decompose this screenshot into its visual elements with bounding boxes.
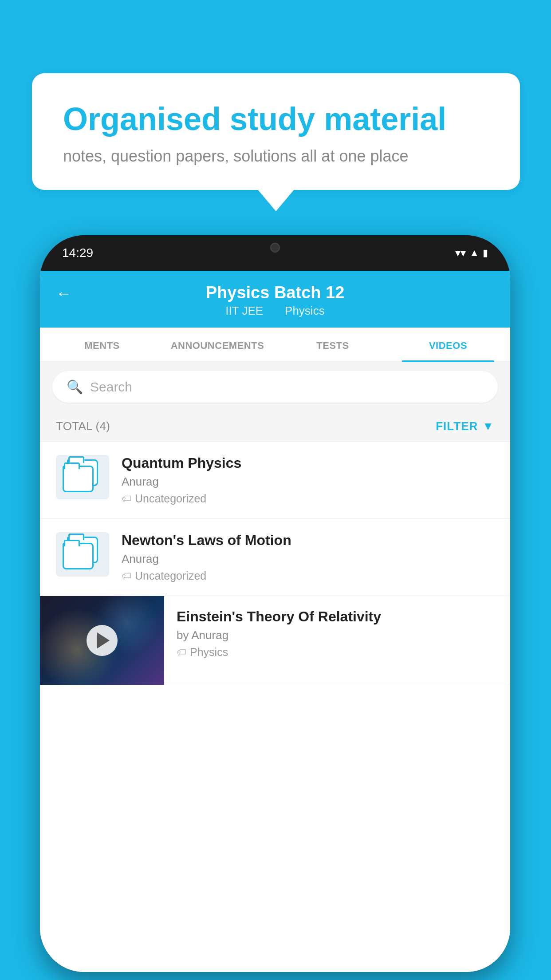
- item-info: Einstein's Theory Of Relativity by Anura…: [164, 596, 510, 671]
- item-tag: 🏷 Uncategorized: [122, 492, 494, 505]
- status-time: 14:29: [62, 246, 93, 260]
- folder-icon: [63, 537, 102, 572]
- list-item[interactable]: Newton's Laws of Motion Anurag 🏷 Uncateg…: [40, 519, 510, 596]
- search-bar-wrapper: 🔍 Search: [40, 362, 510, 411]
- header-title: Physics Batch 12: [206, 283, 345, 302]
- signal-icon: ▲: [469, 247, 479, 259]
- tab-announcements[interactable]: ANNOUNCEMENTS: [160, 328, 275, 361]
- battery-icon: ▮: [483, 247, 488, 259]
- total-filter-bar: TOTAL (4) FILTER ▼: [40, 411, 510, 442]
- filter-icon: ▼: [482, 419, 494, 433]
- folder-front: [63, 543, 94, 569]
- list-item[interactable]: Quantum Physics Anurag 🏷 Uncategorized: [40, 442, 510, 519]
- item-title: Einstein's Theory Of Relativity: [177, 609, 498, 625]
- speech-bubble-subtitle: notes, question papers, solutions all at…: [63, 147, 489, 166]
- search-bar[interactable]: 🔍 Search: [52, 371, 498, 403]
- search-icon: 🔍: [67, 379, 83, 395]
- item-title: Quantum Physics: [122, 455, 494, 471]
- tag-icon: 🏷: [122, 570, 131, 582]
- video-list: Quantum Physics Anurag 🏷 Uncategorized: [40, 442, 510, 972]
- tabs-bar: MENTS ANNOUNCEMENTS TESTS VIDEOS: [40, 328, 510, 362]
- item-author: Anurag: [122, 475, 494, 489]
- play-icon: [97, 632, 110, 648]
- front-camera: [270, 243, 280, 253]
- folder-icon: [63, 459, 102, 495]
- speech-bubble-card: Organised study material notes, question…: [32, 73, 520, 190]
- item-thumbnail: [56, 455, 109, 499]
- list-item[interactable]: Einstein's Theory Of Relativity by Anura…: [40, 596, 510, 685]
- total-count: TOTAL (4): [56, 419, 110, 433]
- header-subtitle: IIT JEE Physics: [221, 304, 329, 318]
- play-button[interactable]: [87, 625, 118, 656]
- tag-label: Uncategorized: [135, 569, 206, 582]
- tag-icon: 🏷: [177, 647, 186, 658]
- folder-front: [63, 466, 94, 492]
- item-author: by Anurag: [177, 628, 498, 642]
- phone-frame: 14:29 ▾▾ ▲ ▮ ← Physics Batch 12 IIT JEE …: [40, 235, 510, 972]
- back-button[interactable]: ←: [56, 284, 72, 303]
- item-author: Anurag: [122, 552, 494, 566]
- item-title: Newton's Laws of Motion: [122, 532, 494, 549]
- header-subtitle-physics: Physics: [285, 304, 325, 317]
- wifi-icon: ▾▾: [455, 247, 466, 259]
- tab-ments[interactable]: MENTS: [44, 328, 160, 361]
- status-icons: ▾▾ ▲ ▮: [455, 247, 488, 259]
- search-input[interactable]: Search: [90, 379, 132, 395]
- item-tag: 🏷 Physics: [177, 646, 498, 659]
- filter-label: FILTER: [436, 419, 478, 433]
- video-thumbnail: [40, 596, 164, 685]
- phone-screen: ← Physics Batch 12 IIT JEE Physics MENTS…: [40, 271, 510, 972]
- tab-tests[interactable]: TESTS: [275, 328, 390, 361]
- phone-notch: [231, 235, 319, 260]
- item-info: Quantum Physics Anurag 🏷 Uncategorized: [122, 455, 494, 505]
- tab-videos[interactable]: VIDEOS: [390, 328, 506, 361]
- item-tag: 🏷 Uncategorized: [122, 569, 494, 582]
- app-header: ← Physics Batch 12 IIT JEE Physics: [40, 271, 510, 328]
- status-bar: 14:29 ▾▾ ▲ ▮: [40, 235, 510, 271]
- tag-icon: 🏷: [122, 493, 131, 505]
- item-thumbnail: [56, 532, 109, 577]
- tag-label: Physics: [190, 646, 228, 659]
- speech-bubble-title: Organised study material: [63, 100, 489, 138]
- tag-label: Uncategorized: [135, 492, 206, 505]
- filter-button[interactable]: FILTER ▼: [436, 419, 494, 433]
- item-info: Newton's Laws of Motion Anurag 🏷 Uncateg…: [122, 532, 494, 582]
- header-subtitle-iit: IIT JEE: [225, 304, 263, 317]
